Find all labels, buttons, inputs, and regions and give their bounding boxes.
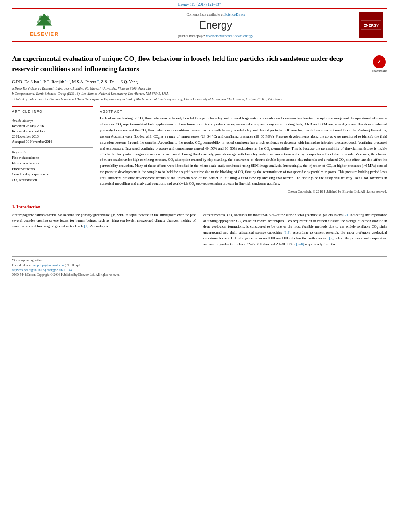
contents-label: Contents lists available at bbox=[187, 12, 224, 16]
received-date: Received 25 May 2016 bbox=[12, 123, 93, 129]
accepted-date: Accepted 30 November 2016 bbox=[12, 139, 93, 144]
journal-logo-area: ENERGY bbox=[355, 9, 387, 41]
email-link[interactable]: ranjith.pg@monash.edu bbox=[33, 263, 64, 267]
ref-3-4: [3,4] bbox=[284, 230, 290, 234]
ref-5: [5] bbox=[329, 236, 334, 240]
elsevier-logo-area: ELSEVIER bbox=[12, 9, 76, 41]
abstract-col: ABSTRACT Lack of understanding of CO2 fl… bbox=[100, 106, 387, 193]
abstract-text: Lack of understanding of CO2 flow behavi… bbox=[100, 116, 387, 187]
elsevier-tree-icon bbox=[32, 13, 56, 29]
revised-label: Received in revised form bbox=[12, 129, 93, 134]
left-divider bbox=[12, 116, 93, 116]
corresponding-marker: * Corresponding author. bbox=[12, 259, 43, 262]
footer-copyright: 0360-5442/Crown Copyright © 2016 Publish… bbox=[12, 273, 387, 277]
energy-logo-box: ENERGY bbox=[359, 12, 383, 38]
crossmark-area: ✓ CrossMark bbox=[372, 55, 387, 73]
energy-logo-icon: ENERGY bbox=[359, 12, 383, 38]
page-footer: * Corresponding author. E-mail address: … bbox=[12, 256, 387, 277]
article-info-col: ARTICLE INFO Article history: Received 2… bbox=[12, 106, 93, 193]
keywords-label: Keywords: bbox=[12, 150, 93, 154]
keyword-2: Flow characteristics bbox=[12, 161, 93, 166]
intro-left-para: Anthropogenic carbon dioxide has become … bbox=[12, 212, 196, 229]
journal-center: Contents lists available at ScienceDirec… bbox=[76, 9, 355, 41]
copyright-line: Crown Copyright © 2016 Published by Else… bbox=[100, 189, 387, 193]
page: Energy 119 (2017) 121–137 ELSEVIER Conte… bbox=[0, 0, 399, 277]
homepage-url: www.elsevier.com/locate/energy bbox=[206, 34, 253, 38]
keywords-block: Keywords: Fine-rich sandstone Flow chara… bbox=[12, 150, 93, 183]
paper-title: An experimental evaluation of unique CO2… bbox=[12, 54, 387, 74]
affiliation-c: c State Key Laboratory for Geomechanics … bbox=[12, 97, 387, 102]
article-history-block: Article history: Received 25 May 2016 Re… bbox=[12, 119, 93, 144]
corresponding-note: * Corresponding author. bbox=[12, 259, 387, 262]
keyword-4: Core flooding experiments bbox=[12, 172, 93, 177]
article-info-abstract: ARTICLE INFO Article history: Received 2… bbox=[12, 106, 387, 193]
keyword-5: CO2 sequestration bbox=[12, 177, 93, 183]
email-line: E-mail address: ranjith.pg@monash.edu (P… bbox=[12, 263, 387, 267]
intro-section: 1. Introduction Anthropogenic carbon dio… bbox=[0, 204, 399, 250]
citation-bar: Energy 119 (2017) 121–137 bbox=[0, 0, 399, 8]
homepage-label: journal homepage: bbox=[178, 34, 205, 38]
ref-2: [2] bbox=[343, 213, 348, 217]
affiliation-b: b Computational Earth Sciences Group (EE… bbox=[12, 91, 387, 97]
intro-two-col: Anthropogenic carbon dioxide has become … bbox=[12, 212, 387, 250]
article-info-heading: ARTICLE INFO bbox=[12, 109, 93, 113]
svg-marker-1 bbox=[36, 14, 52, 25]
keywords-divider bbox=[12, 147, 93, 148]
revised-date: 28 November 2016 bbox=[12, 134, 93, 139]
intro-label: Introduction bbox=[16, 204, 41, 209]
doi-line[interactable]: http://dx.doi.org/10.1016/j.energy.2016.… bbox=[12, 268, 387, 272]
crossmark-icon: ✓ bbox=[373, 55, 386, 68]
journal-homepage-line: journal homepage: www.elsevier.com/locat… bbox=[178, 34, 253, 38]
history-label: Article history: bbox=[12, 119, 93, 123]
authors-line: G.P.D. De Silva a, P.G. Ranjith a, *, M.… bbox=[12, 78, 387, 84]
paper-title-text: An experimental evaluation of unique CO2… bbox=[12, 54, 372, 74]
svg-point-2 bbox=[39, 15, 43, 18]
paper-title-area: An experimental evaluation of unique CO2… bbox=[12, 54, 387, 74]
intro-right-col: current records, CO2 accounts for more t… bbox=[203, 212, 387, 250]
journal-title: Energy bbox=[199, 19, 232, 31]
svg-point-3 bbox=[46, 15, 49, 18]
email-person: (P.G. Ranjith). bbox=[65, 263, 83, 267]
keyword-1: Fine-rich sandstone bbox=[12, 155, 93, 161]
elsevier-brand: ELSEVIER bbox=[29, 31, 58, 37]
intro-title: 1. Introduction bbox=[12, 204, 387, 209]
svg-point-5 bbox=[49, 21, 51, 23]
svg-rect-0 bbox=[43, 25, 45, 29]
ref-1: [1] bbox=[84, 224, 88, 228]
email-label: E-mail address: bbox=[12, 263, 32, 267]
abstract-heading: ABSTRACT bbox=[100, 109, 387, 113]
keyword-3: Effective factors bbox=[12, 166, 93, 172]
section-divider bbox=[12, 199, 387, 199]
svg-text:ENERGY: ENERGY bbox=[363, 23, 378, 27]
intro-right-para: current records, CO2 accounts for more t… bbox=[203, 212, 387, 247]
intro-left-col: Anthropogenic carbon dioxide has become … bbox=[12, 212, 196, 250]
abstract-paragraph: Lack of understanding of CO2 flow behavi… bbox=[100, 116, 387, 187]
intro-number: 1. bbox=[12, 204, 16, 209]
affiliations: a Deep Earth Energy Research Laboratory,… bbox=[12, 86, 387, 101]
svg-point-4 bbox=[37, 21, 39, 23]
crossmark-label: CrossMark bbox=[372, 69, 387, 73]
affiliation-a: a Deep Earth Energy Research Laboratory,… bbox=[12, 86, 387, 91]
journal-citation: Energy 119 (2017) 121–137 bbox=[178, 2, 221, 6]
sciencedirect-label: ScienceDirect bbox=[224, 12, 245, 16]
main-content: An experimental evaluation of unique CO2… bbox=[0, 42, 399, 193]
sciencedirect-line: Contents lists available at ScienceDirec… bbox=[187, 12, 245, 16]
journal-header: ELSEVIER Contents lists available at Sci… bbox=[12, 8, 387, 42]
ref-6-8: [6–8] bbox=[296, 242, 304, 246]
